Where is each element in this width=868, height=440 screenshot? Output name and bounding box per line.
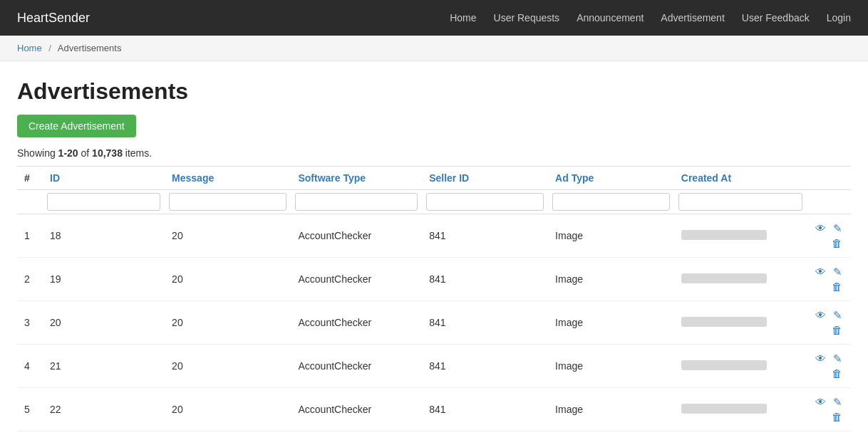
breadcrumb-current: Advertisements <box>58 43 122 53</box>
action-row-top: 👁 ✎ <box>814 308 844 322</box>
view-button[interactable]: 👁 <box>814 308 827 322</box>
cell-message: 20 <box>165 214 291 258</box>
action-row-bottom: 🗑 <box>830 410 844 424</box>
cell-num: 5 <box>17 388 43 431</box>
cell-actions: 👁 ✎ 🗑 <box>807 388 851 431</box>
cell-actions: 👁 ✎ 🗑 <box>807 301 851 345</box>
create-advertisement-button[interactable]: Create Advertisement <box>17 115 136 137</box>
table-body: 1 18 20 AccountChecker 841 Image 👁 ✎ 🗑 <box>17 214 851 431</box>
filter-seller-id-cell <box>422 190 548 214</box>
action-row-top: 👁 ✎ <box>814 352 844 365</box>
col-header-seller-id[interactable]: Seller ID <box>422 167 548 190</box>
showing-range: 1-20 <box>58 147 78 159</box>
action-row-bottom: 🗑 <box>830 323 844 337</box>
action-row-bottom: 🗑 <box>830 236 844 250</box>
edit-button[interactable]: ✎ <box>832 221 844 235</box>
col-header-message[interactable]: Message <box>165 167 291 190</box>
main-content: Advertisements Create Advertisement Show… <box>0 61 868 440</box>
delete-button[interactable]: 🗑 <box>830 410 844 424</box>
action-row-top: 👁 ✎ <box>814 265 844 278</box>
cell-id: 20 <box>43 301 165 345</box>
table-row: 3 20 20 AccountChecker 841 Image 👁 ✎ 🗑 <box>17 301 851 345</box>
action-icons: 👁 ✎ 🗑 <box>814 221 844 250</box>
cell-ad-type: Image <box>548 345 674 388</box>
cell-num: 2 <box>17 258 43 301</box>
filter-software-type-input[interactable] <box>295 193 418 211</box>
col-header-hash: # <box>17 167 43 190</box>
cell-software-type: AccountChecker <box>291 388 422 431</box>
action-icons: 👁 ✎ 🗑 <box>814 308 844 337</box>
delete-button[interactable]: 🗑 <box>830 367 844 380</box>
cell-actions: 👁 ✎ 🗑 <box>807 214 851 258</box>
cell-seller-id: 841 <box>422 214 548 258</box>
showing-label: Showing <box>17 147 58 159</box>
filter-seller-id-input[interactable] <box>426 193 544 211</box>
breadcrumb-separator: / <box>48 43 51 53</box>
filter-created-at-input[interactable] <box>678 193 802 211</box>
edit-button[interactable]: ✎ <box>832 265 844 278</box>
breadcrumb-home[interactable]: Home <box>17 43 42 53</box>
cell-ad-type: Image <box>548 214 674 258</box>
col-header-id[interactable]: ID <box>43 167 165 190</box>
cell-message: 20 <box>165 388 291 431</box>
view-button[interactable]: 👁 <box>814 352 827 365</box>
action-row-bottom: 🗑 <box>830 367 844 380</box>
table-header-row: # ID Message Software Type Seller ID Ad … <box>17 167 851 190</box>
table-row: 5 22 20 AccountChecker 841 Image 👁 ✎ 🗑 <box>17 388 851 431</box>
cell-message: 20 <box>165 301 291 345</box>
view-button[interactable]: 👁 <box>814 265 827 278</box>
filter-message-input[interactable] <box>169 193 286 211</box>
cell-software-type: AccountChecker <box>291 345 422 388</box>
cell-ad-type: Image <box>548 388 674 431</box>
table-filter-row <box>17 190 851 214</box>
nav-menu: Home User Requests Announcement Advertis… <box>450 12 851 23</box>
cell-num: 1 <box>17 214 43 258</box>
cell-actions: 👁 ✎ 🗑 <box>807 345 851 388</box>
breadcrumb: Home / Advertisements <box>0 36 868 61</box>
brand-logo[interactable]: HeartSender <box>17 11 90 26</box>
cell-software-type: AccountChecker <box>291 301 422 345</box>
view-button[interactable]: 👁 <box>814 395 827 409</box>
nav-login[interactable]: Login <box>827 12 851 23</box>
col-header-ad-type[interactable]: Ad Type <box>548 167 674 190</box>
showing-text: Showing 1-20 of 10,738 items. <box>17 147 851 159</box>
cell-created-at <box>674 258 807 301</box>
action-icons: 👁 ✎ 🗑 <box>814 352 844 380</box>
cell-seller-id: 841 <box>422 345 548 388</box>
cell-num: 4 <box>17 345 43 388</box>
cell-message: 20 <box>165 345 291 388</box>
edit-button[interactable]: ✎ <box>832 395 844 409</box>
col-header-actions <box>807 167 851 190</box>
action-row-bottom: 🗑 <box>830 280 844 293</box>
action-icons: 👁 ✎ 🗑 <box>814 395 844 424</box>
nav-home[interactable]: Home <box>450 12 476 23</box>
table-row: 4 21 20 AccountChecker 841 Image 👁 ✎ 🗑 <box>17 345 851 388</box>
nav-user-feedback[interactable]: User Feedback <box>742 12 810 23</box>
edit-button[interactable]: ✎ <box>832 352 844 365</box>
col-header-created-at[interactable]: Created At <box>674 167 807 190</box>
col-header-software-type[interactable]: Software Type <box>291 167 422 190</box>
advertisements-table: # ID Message Software Type Seller ID Ad … <box>17 166 851 431</box>
action-row-top: 👁 ✎ <box>814 221 844 235</box>
cell-software-type: AccountChecker <box>291 214 422 258</box>
showing-suffix: items. <box>123 147 152 159</box>
cell-id: 22 <box>43 388 165 431</box>
filter-software-type-cell <box>291 190 422 214</box>
delete-button[interactable]: 🗑 <box>830 323 844 337</box>
navbar: HeartSender Home User Requests Announcem… <box>0 0 868 36</box>
cell-id: 18 <box>43 214 165 258</box>
view-button[interactable]: 👁 <box>814 221 827 235</box>
cell-message: 20 <box>165 258 291 301</box>
filter-ad-type-input[interactable] <box>552 193 670 211</box>
delete-button[interactable]: 🗑 <box>830 280 844 293</box>
cell-id: 21 <box>43 345 165 388</box>
cell-seller-id: 841 <box>422 301 548 345</box>
cell-ad-type: Image <box>548 301 674 345</box>
filter-message-cell <box>165 190 291 214</box>
nav-advertisement[interactable]: Advertisement <box>661 12 724 23</box>
filter-id-input[interactable] <box>47 193 160 211</box>
nav-user-requests[interactable]: User Requests <box>494 12 560 23</box>
edit-button[interactable]: ✎ <box>832 308 844 322</box>
nav-announcement[interactable]: Announcement <box>577 12 644 23</box>
delete-button[interactable]: 🗑 <box>830 236 844 250</box>
